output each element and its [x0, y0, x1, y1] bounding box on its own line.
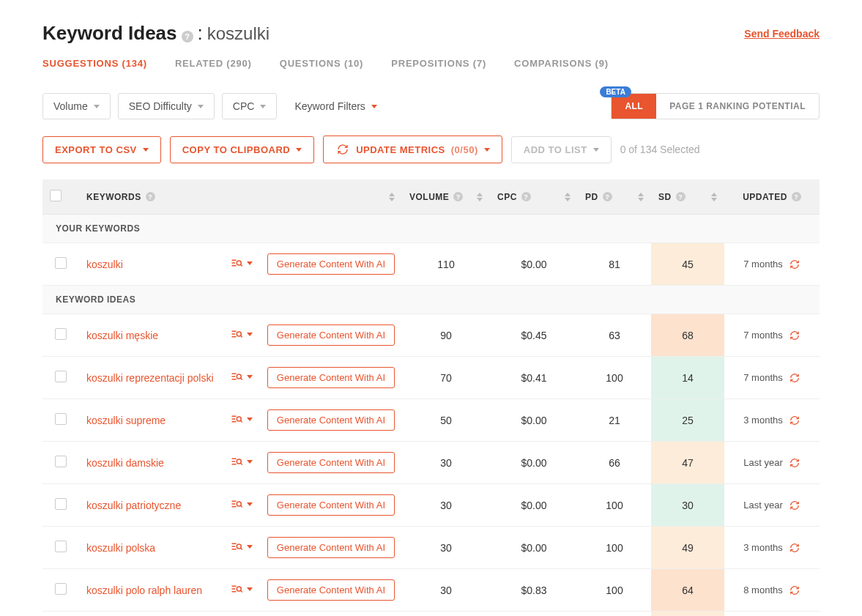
cpc-value: $0.00	[490, 484, 578, 527]
pd-value: 100	[578, 357, 651, 399]
keyword-filters[interactable]: Keyword Filters	[284, 94, 387, 119]
keyword-link[interactable]: koszulki	[79, 243, 223, 286]
add-to-list-button[interactable]: ADD TO LIST	[511, 136, 612, 163]
send-feedback-link[interactable]: Send Feedback	[744, 28, 820, 40]
tabs: SUGGESTIONS (134)RELATED (290)QUESTIONS …	[42, 58, 820, 77]
cpc-filter[interactable]: CPC	[222, 93, 278, 119]
keyword-link[interactable]: koszulki tommy hilfiger	[79, 612, 223, 617]
updated-value: 3 months	[724, 527, 820, 569]
beta-badge: BETA	[600, 86, 631, 97]
refresh-row-button[interactable]	[789, 458, 800, 468]
update-metrics-button[interactable]: UPDATE METRICS (0/50)	[323, 136, 502, 163]
col-cpc: CPC	[497, 192, 517, 202]
keyword-link[interactable]: koszulki patriotyczne	[79, 484, 223, 527]
volume-value: 20	[402, 612, 490, 617]
refresh-row-button[interactable]	[789, 415, 800, 426]
help-icon[interactable]: ?	[521, 192, 531, 201]
generate-content-button[interactable]: Generate Content With AI	[267, 409, 395, 431]
keyword-link[interactable]: koszulki polska	[79, 527, 223, 569]
sd-value: 64	[651, 569, 724, 612]
generate-content-button[interactable]: Generate Content With AI	[267, 537, 395, 558]
table-row: koszulki polskaGenerate Content With AI3…	[42, 527, 820, 569]
toggle-all[interactable]: ALL	[612, 94, 656, 119]
help-icon[interactable]: ?	[792, 192, 801, 201]
sort-volume[interactable]	[477, 193, 483, 201]
updated-value: 7 months	[724, 314, 820, 357]
keyword-action-icon[interactable]	[231, 456, 253, 467]
row-checkbox[interactable]	[55, 413, 67, 425]
row-checkbox[interactable]	[55, 257, 67, 269]
generate-content-button[interactable]: Generate Content With AI	[267, 579, 395, 601]
keyword-link[interactable]: koszulki męskie	[79, 314, 223, 357]
tab-comparisons[interactable]: COMPARISONS (9)	[514, 58, 609, 76]
generate-content-button[interactable]: Generate Content With AI	[267, 494, 395, 516]
keyword-action-icon[interactable]	[231, 499, 253, 509]
refresh-row-button[interactable]	[789, 543, 800, 553]
tab-suggestions[interactable]: SUGGESTIONS (134)	[42, 58, 147, 76]
volume-value: 50	[402, 399, 490, 442]
row-checkbox[interactable]	[55, 498, 67, 510]
sort-cpc[interactable]	[565, 193, 571, 201]
selected-count: 0 of 134 Selected	[620, 144, 700, 155]
keyword-action-icon[interactable]	[231, 541, 253, 552]
table-row: koszulki supremeGenerate Content With AI…	[42, 399, 820, 442]
volume-value: 30	[402, 527, 490, 569]
pd-value: 78	[578, 612, 651, 617]
help-icon[interactable]: ?	[146, 192, 155, 201]
tab-questions[interactable]: QUESTIONS (10)	[280, 58, 364, 76]
row-checkbox[interactable]	[55, 328, 67, 340]
generate-content-button[interactable]: Generate Content With AI	[267, 452, 395, 473]
export-csv-button[interactable]: EXPORT TO CSV	[42, 136, 161, 163]
keyword-action-icon[interactable]	[231, 329, 253, 339]
table-row: koszulki męskieGenerate Content With AI9…	[42, 314, 820, 357]
refresh-row-button[interactable]	[789, 585, 800, 595]
keyword-action-icon[interactable]	[231, 371, 253, 382]
help-icon[interactable]: ?	[453, 192, 463, 201]
table-row: koszulki patriotyczneGenerate Content Wi…	[42, 484, 820, 527]
generate-content-button[interactable]: Generate Content With AI	[267, 367, 395, 388]
keyword-action-icon[interactable]	[231, 584, 253, 594]
refresh-row-button[interactable]	[789, 259, 800, 270]
refresh-row-button[interactable]	[789, 500, 800, 511]
keyword-action-icon[interactable]	[231, 258, 253, 268]
cpc-value: $0.00	[490, 527, 578, 569]
volume-filter[interactable]: Volume	[42, 93, 111, 119]
refresh-row-button[interactable]	[789, 330, 800, 341]
col-keywords: KEYWORDS	[86, 192, 141, 202]
refresh-icon	[789, 330, 800, 341]
toggle-page1[interactable]: PAGE 1 RANKING POTENTIAL	[656, 94, 819, 119]
sort-pd[interactable]	[638, 193, 644, 201]
row-checkbox[interactable]	[55, 456, 67, 467]
keyword-link[interactable]: koszulki reprezentacji polski	[79, 357, 223, 399]
help-icon[interactable]: ?	[603, 192, 612, 201]
tab-prepositions[interactable]: PREPOSITIONS (7)	[391, 58, 486, 76]
seo-difficulty-filter[interactable]: SEO Difficulty	[118, 93, 215, 119]
chevron-down-icon	[593, 148, 599, 152]
updated-value: 3 months	[724, 399, 820, 442]
keyword-link[interactable]: koszulki damskie	[79, 442, 223, 484]
help-icon[interactable]: ?	[182, 31, 193, 42]
select-all-checkbox[interactable]	[50, 190, 62, 201]
keyword-link[interactable]: koszulki polo ralph lauren	[79, 569, 223, 612]
updated-value: Last year	[724, 484, 820, 527]
row-checkbox[interactable]	[55, 371, 67, 382]
sd-value: 49	[651, 527, 724, 569]
help-icon[interactable]: ?	[676, 192, 685, 201]
keyword-action-icon[interactable]	[231, 414, 253, 424]
updated-value: 7 months	[724, 357, 820, 399]
generate-content-button[interactable]: Generate Content With AI	[267, 324, 395, 346]
col-sd: SD	[658, 192, 672, 202]
sort-keywords[interactable]	[389, 193, 395, 201]
row-checkbox[interactable]	[55, 583, 67, 595]
copy-clipboard-button[interactable]: COPY TO CLIPBOARD	[170, 136, 314, 163]
refresh-row-button[interactable]	[789, 373, 800, 383]
tab-related[interactable]: RELATED (290)	[175, 58, 252, 76]
keyword-link[interactable]: koszulki supreme	[79, 399, 223, 442]
sort-sd[interactable]	[711, 193, 717, 201]
svg-point-33	[237, 544, 241, 549]
cpc-value: $0.00	[490, 399, 578, 442]
svg-line-34	[240, 548, 242, 549]
row-checkbox[interactable]	[55, 541, 67, 552]
generate-content-button[interactable]: Generate Content With AI	[267, 253, 395, 275]
col-updated: UPDATED	[743, 192, 787, 202]
